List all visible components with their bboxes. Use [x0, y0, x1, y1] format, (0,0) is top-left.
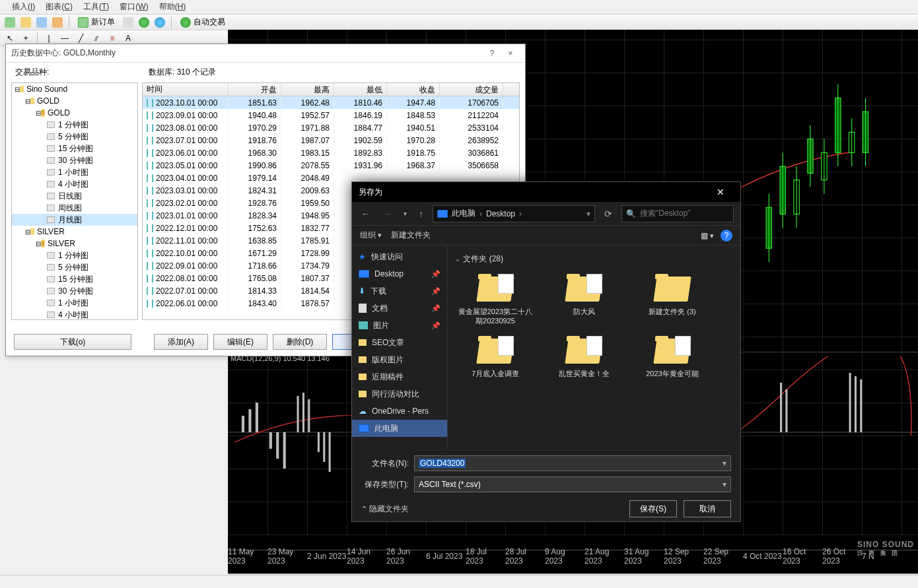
close-icon[interactable]: ✕: [707, 187, 734, 197]
text-icon[interactable]: A: [121, 32, 135, 45]
tree-item[interactable]: 15 分钟图: [12, 273, 137, 285]
tree-item[interactable]: 5 分钟图: [12, 131, 137, 143]
back-icon[interactable]: ←: [359, 209, 373, 219]
tree-item[interactable]: 周线图: [12, 202, 137, 214]
filename-input[interactable]: GOLD43200▾: [414, 455, 731, 471]
trendline-icon[interactable]: ╱: [73, 32, 88, 45]
sidebar-item[interactable]: Desktop📌: [352, 265, 447, 282]
sidebar-item[interactable]: 同行活动对比: [352, 385, 447, 403]
delete-button[interactable]: 删除(D): [273, 334, 327, 350]
tree-item[interactable]: 30 分钟图: [12, 285, 137, 297]
tree-item[interactable]: 日线图: [12, 190, 137, 202]
help-icon[interactable]: ?: [483, 49, 501, 58]
hide-folders-button[interactable]: ⌃ 隐藏文件夹: [361, 504, 409, 515]
tree-item[interactable]: 1 分钟图: [12, 119, 137, 131]
save-file-grid[interactable]: ⌄ 文件夹 (28) 黄金展望2023第二十八期20230925防大风新建文件夹…: [448, 245, 740, 450]
new-order-button[interactable]: 新订单: [73, 16, 120, 29]
tree-item[interactable]: 15 分钟图: [12, 143, 137, 154]
menu-help[interactable]: 帮助(H): [155, 0, 190, 14]
forward-icon[interactable]: →: [380, 209, 394, 219]
sidebar-item[interactable]: 文档📌: [352, 300, 447, 317]
tree-item[interactable]: 4 小时图: [12, 309, 137, 320]
folder-item[interactable]: 新建文件夹 (3): [630, 270, 715, 328]
toolbar-market-watch-icon[interactable]: [34, 16, 49, 29]
vline-icon[interactable]: |: [42, 32, 56, 45]
col-time[interactable]: 时间: [143, 83, 229, 96]
folder-item[interactable]: 黄金展望2023第二十八期20230925: [453, 270, 538, 328]
save-button[interactable]: 保存(S): [629, 500, 677, 517]
table-row[interactable]: 2023.10.01 00:001851.631962.481810.46194…: [143, 96, 519, 109]
chevron-down-icon[interactable]: ▾: [723, 459, 726, 468]
save-sidebar[interactable]: ★快速访问Desktop📌⬇下载📌文档📌图片📌SEO文章版权图片近期稿件同行活动…: [352, 245, 448, 450]
tree-item[interactable]: 1 小时图: [12, 297, 137, 309]
tree-item[interactable]: ⊟ SILVER: [12, 226, 137, 238]
toolbar-expert-icon[interactable]: [137, 16, 151, 29]
help-icon[interactable]: ?: [721, 230, 732, 242]
menu-insert[interactable]: 插入(I): [8, 0, 39, 14]
breadcrumb-part[interactable]: 此电脑: [452, 208, 476, 219]
fibo-icon[interactable]: ≡: [105, 32, 120, 45]
search-input[interactable]: 🔍 搜索"Desktop": [621, 205, 734, 222]
toolbar-navigator-icon[interactable]: [50, 16, 65, 29]
sidebar-item[interactable]: 近期稿件: [352, 368, 447, 385]
auto-trade-button[interactable]: 自动交易: [176, 16, 230, 29]
tree-item[interactable]: 1 分钟图: [12, 249, 137, 261]
sidebar-item[interactable]: 版权图片: [352, 351, 447, 368]
breadcrumb[interactable]: 此电脑 › Desktop › ▾: [433, 205, 595, 222]
cursor-icon[interactable]: ↖: [3, 32, 17, 45]
folders-group-header[interactable]: ⌄ 文件夹 (28): [450, 251, 738, 267]
folder-item[interactable]: 防大风: [542, 270, 626, 328]
breadcrumb-part[interactable]: Desktop: [486, 209, 515, 218]
table-row[interactable]: 2023.07.01 00:001918.761987.071902.59197…: [143, 134, 519, 147]
tree-item[interactable]: 5 分钟图: [12, 261, 137, 273]
save-title-bar[interactable]: 另存为 ✕: [352, 182, 740, 202]
sidebar-item[interactable]: SEO文章: [352, 334, 447, 351]
toolbar-signal-icon[interactable]: [153, 16, 167, 29]
chevron-down-icon[interactable]: ▾: [586, 209, 590, 218]
filetype-select[interactable]: ASCII Text (*.csv)▾: [414, 476, 731, 492]
col-high[interactable]: 最高: [281, 83, 334, 96]
col-open[interactable]: 开盘: [229, 83, 281, 96]
tree-item[interactable]: ⊟ $SILVER: [12, 238, 137, 249]
tree-item[interactable]: 月线图: [12, 214, 137, 226]
toolbar-profiles-icon[interactable]: [18, 16, 33, 29]
tree-item[interactable]: ⊟ Sino Sound: [12, 83, 137, 95]
channel-icon[interactable]: ⫽: [89, 32, 104, 45]
new-folder-button[interactable]: 新建文件夹: [391, 230, 431, 241]
refresh-icon[interactable]: ⟳: [602, 209, 615, 219]
chevron-down-icon[interactable]: ▾: [723, 480, 726, 489]
tree-item[interactable]: 30 分钟图: [12, 154, 137, 166]
sidebar-item[interactable]: ★快速访问: [352, 248, 447, 265]
table-row[interactable]: 2023.09.01 00:001940.481952.571846.19184…: [143, 109, 519, 121]
sidebar-item[interactable]: ⬇下载📌: [352, 282, 447, 300]
view-options-icon[interactable]: ▦ ▾: [701, 231, 714, 240]
history-title-bar[interactable]: 历史数据中心: GOLD,Monthly ? ×: [6, 44, 525, 63]
hline-icon[interactable]: —: [57, 32, 72, 45]
add-button[interactable]: 添加(A): [154, 334, 208, 350]
folder-item[interactable]: 7月底入金调查: [453, 332, 538, 381]
col-close[interactable]: 收盘: [387, 83, 440, 96]
table-row[interactable]: 2023.05.01 00:001990.862078.551931.96196…: [143, 159, 519, 172]
up-icon[interactable]: ↑: [416, 209, 426, 219]
folder-item[interactable]: 2023年黄金可能: [630, 332, 715, 381]
crosshair-icon[interactable]: +: [18, 32, 33, 45]
close-icon[interactable]: ×: [501, 49, 520, 58]
table-row[interactable]: 2023.06.01 00:001968.301983.151892.83191…: [143, 147, 519, 159]
sidebar-item[interactable]: ☁OneDrive - Pers: [352, 403, 447, 420]
menu-window[interactable]: 窗口(W): [116, 0, 152, 14]
tree-item[interactable]: ⊟ GOLD: [12, 95, 137, 107]
sidebar-item[interactable]: 图片📌: [352, 317, 447, 334]
tree-item[interactable]: 4 小时图: [12, 178, 137, 190]
cancel-button[interactable]: 取消: [684, 500, 731, 517]
recent-dropdown-icon[interactable]: ▾: [401, 210, 409, 217]
table-row[interactable]: 2023.08.01 00:001970.291971.881884.77194…: [143, 121, 519, 134]
tree-item[interactable]: 1 小时图: [12, 166, 137, 178]
symbol-tree[interactable]: ⊟ Sino Sound⊟ GOLD⊟ $GOLD1 分钟图5 分钟图15 分钟…: [11, 82, 138, 320]
folder-item[interactable]: 乱世买黄金！全: [542, 332, 626, 381]
edit-button[interactable]: 编辑(E): [213, 334, 267, 350]
menu-chart[interactable]: 图表(C): [42, 0, 77, 14]
tree-item[interactable]: ⊟ $GOLD: [12, 107, 137, 119]
sidebar-item[interactable]: 此电脑: [352, 420, 447, 437]
menu-tools[interactable]: 工具(T): [79, 0, 113, 14]
toolbar-new-chart-icon[interactable]: [3, 16, 17, 29]
